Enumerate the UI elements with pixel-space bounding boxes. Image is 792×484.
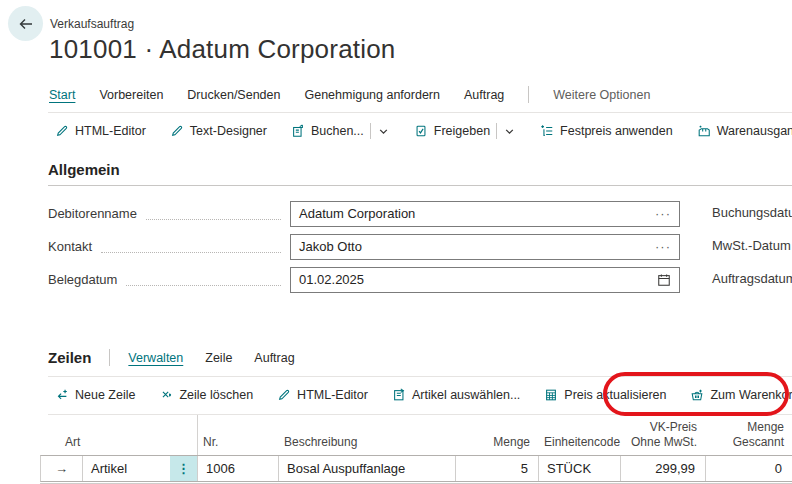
column-header-menge-gescannt[interactable]: Menge Gescannt [705, 420, 792, 450]
pencil-icon [55, 124, 69, 138]
dotted-leader [126, 274, 281, 286]
lines-tab-verwalten[interactable]: Verwalten [128, 351, 183, 365]
breadcrumb[interactable]: Verkaufsauftrag [50, 17, 134, 31]
chevron-down-icon[interactable] [377, 124, 390, 139]
neue-zeile-button[interactable]: Neue Zeile [55, 388, 135, 402]
chevron-down-icon[interactable] [503, 124, 516, 139]
column-header-beschreibung[interactable]: Beschreibung [278, 435, 455, 450]
freigeben-button[interactable]: Freigeben [414, 124, 490, 138]
field-value: Jakob Otto [299, 239, 362, 254]
festpreis-anwenden-button[interactable]: Festpreis anwenden [540, 124, 673, 138]
lines-header: Zeilen Verwalten Zeile Auftrag [48, 349, 295, 366]
artikel-auswaehlen-button[interactable]: Artikel auswählen... [392, 388, 520, 402]
ribbon-separator [48, 112, 792, 113]
column-header-menge[interactable]: Menge [455, 435, 538, 450]
tab-vorbereiten[interactable]: Vorbereiten [99, 88, 163, 102]
shipment-icon [697, 124, 711, 138]
lines-tab-zeile[interactable]: Zeile [205, 351, 232, 365]
general-fields: Debitorenname Adatum Corporation ··· Kon… [48, 197, 680, 296]
column-header-nr[interactable]: Nr. [197, 435, 278, 450]
delete-line-icon [159, 388, 173, 402]
belegdatum-input[interactable]: 01.02.2025 [290, 267, 680, 293]
back-arrow-icon [18, 16, 34, 32]
ribbon-tabbar: Start Vorbereiten Drucken/Senden Genehmi… [49, 86, 650, 103]
calendar-icon[interactable] [657, 273, 671, 287]
lines-heading[interactable]: Zeilen [48, 349, 91, 366]
text-designer-button[interactable]: Text-Designer [170, 124, 267, 138]
cell-menge[interactable]: 5 [456, 456, 539, 481]
html-editor-line-button[interactable]: HTML-Editor [277, 388, 368, 402]
general-section-heading[interactable]: Allgemein [48, 161, 792, 186]
lines-separator-bottom [48, 414, 792, 415]
cell-einheitencode[interactable]: STÜCK [539, 456, 621, 481]
new-line-icon [55, 388, 69, 402]
more-options[interactable]: Weitere Optionen [553, 88, 650, 102]
column-header-art[interactable]: Art [40, 435, 197, 450]
post-icon [291, 124, 305, 138]
lookup-ellipsis-icon[interactable]: ··· [655, 239, 671, 254]
lines-tabbar: Verwalten Zeile Auftrag [128, 351, 294, 365]
back-button[interactable] [8, 6, 43, 41]
field-label: Kontakt [48, 239, 92, 254]
field-value: Adatum Corporation [299, 206, 415, 221]
split-divider [496, 123, 497, 139]
field-debitorenname: Debitorenname Adatum Corporation ··· [48, 197, 680, 230]
update-price-icon [544, 388, 558, 402]
header-column-divider [197, 415, 198, 455]
cart-icon [690, 388, 704, 402]
label-auftragsdatum: Auftragsdatum [712, 271, 792, 286]
dotted-leader [101, 241, 281, 253]
buchen-button[interactable]: Buchen... [291, 124, 364, 138]
cell-nr[interactable]: 1006 [198, 456, 279, 481]
field-label: Debitorenname [48, 206, 137, 221]
kontakt-input[interactable]: Jakob Otto ··· [290, 234, 680, 260]
page-title: 101001 · Adatum Corporation [49, 34, 396, 65]
column-header-vk-preis[interactable]: VK-Preis Ohne MwSt. [620, 420, 705, 450]
lines-tab-auftrag[interactable]: Auftrag [254, 351, 294, 365]
dotted-leader [146, 208, 281, 220]
select-items-icon [392, 388, 406, 402]
action-toolbar: HTML-Editor Text-Designer Buchen... Frei… [55, 117, 792, 145]
tab-start[interactable]: Start [49, 88, 75, 102]
warenausgang-erstellen-button[interactable]: Warenausgang erstellen [697, 124, 792, 138]
field-label: Belegdatum [48, 272, 117, 287]
table-row[interactable]: → Artikel ⋮ 1006 Bosal Auspuffanlage 5 S… [40, 455, 792, 482]
tab-drucken-senden[interactable]: Drucken/Senden [187, 88, 280, 102]
field-value: 01.02.2025 [299, 272, 364, 287]
preis-aktualisieren-button[interactable]: Preis aktualisieren [544, 388, 666, 402]
column-header-einheitencode[interactable]: Einheitencode [538, 435, 620, 450]
zeile-loeschen-button[interactable]: Zeile löschen [159, 388, 253, 402]
lines-toolbar: Neue Zeile Zeile löschen HTML-Editor Art… [55, 381, 792, 409]
debitorenname-input[interactable]: Adatum Corporation ··· [290, 201, 680, 227]
table-header: Art Nr. Beschreibung Menge Einheitencode… [40, 420, 792, 455]
tab-auftrag[interactable]: Auftrag [464, 88, 504, 102]
html-editor-button[interactable]: HTML-Editor [55, 124, 146, 138]
split-divider [370, 123, 371, 139]
tab-genehmigung-anfordern[interactable]: Genehmigung anfordern [304, 88, 440, 102]
field-kontakt: Kontakt Jakob Otto ··· [48, 230, 680, 263]
cell-beschreibung[interactable]: Bosal Auspuffanlage [279, 456, 456, 481]
cell-art-value: Artikel [91, 461, 127, 476]
apply-price-icon [540, 124, 554, 138]
label-buchungsdatum: Buchungsdatum [712, 205, 792, 220]
label-mwst-datum: MwSt.-Datum [712, 238, 791, 253]
field-belegdatum: Belegdatum 01.02.2025 [48, 263, 680, 296]
cell-art[interactable]: Artikel ⋮ [83, 456, 198, 481]
row-menu-icon[interactable]: ⋮ [170, 456, 197, 481]
release-icon [414, 124, 428, 138]
cell-menge-gescannt[interactable]: 0 [706, 456, 792, 481]
tabbar-divider [528, 86, 529, 103]
lookup-ellipsis-icon[interactable]: ··· [655, 206, 671, 221]
lines-divider [109, 349, 110, 366]
cell-vk-preis[interactable]: 299,99 [621, 456, 706, 481]
zum-warenkorb-hinzufuegen-button[interactable]: Zum Warenkorb hinzufügen [690, 388, 792, 402]
lines-separator-top [48, 376, 792, 377]
row-selector-cell[interactable]: → [41, 456, 83, 481]
pencil-icon [170, 124, 184, 138]
row-indicator-arrow-icon: → [55, 461, 68, 476]
pencil-icon [277, 388, 291, 402]
